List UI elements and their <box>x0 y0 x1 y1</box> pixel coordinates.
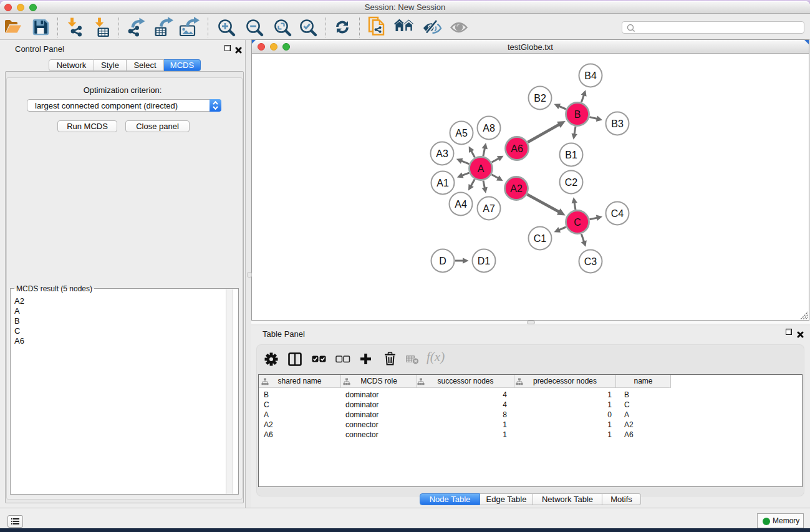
svg-text:A2: A2 <box>510 183 523 194</box>
svg-text:B1: B1 <box>565 150 577 160</box>
svg-text:C1: C1 <box>534 233 547 244</box>
svg-text:D: D <box>439 256 446 266</box>
svg-text:C4: C4 <box>611 208 624 219</box>
svg-text:A1: A1 <box>436 178 449 188</box>
svg-text:A3: A3 <box>436 148 448 159</box>
svg-text:C3: C3 <box>584 256 597 267</box>
svg-text:B3: B3 <box>611 118 624 129</box>
svg-text:B4: B4 <box>584 70 597 81</box>
svg-text:A7: A7 <box>483 203 495 214</box>
svg-text:A6: A6 <box>511 143 523 154</box>
svg-text:B2: B2 <box>534 93 546 104</box>
svg-text:A8: A8 <box>483 123 495 133</box>
svg-text:f(x): f(x) <box>427 350 445 364</box>
svg-text:D1: D1 <box>478 256 491 266</box>
svg-text:A: A <box>478 163 485 174</box>
svg-text:C2: C2 <box>565 177 578 188</box>
svg-text:C: C <box>574 217 581 228</box>
svg-text:A4: A4 <box>455 199 467 210</box>
svg-text:A5: A5 <box>455 128 468 138</box>
svg-text:B: B <box>574 109 581 120</box>
